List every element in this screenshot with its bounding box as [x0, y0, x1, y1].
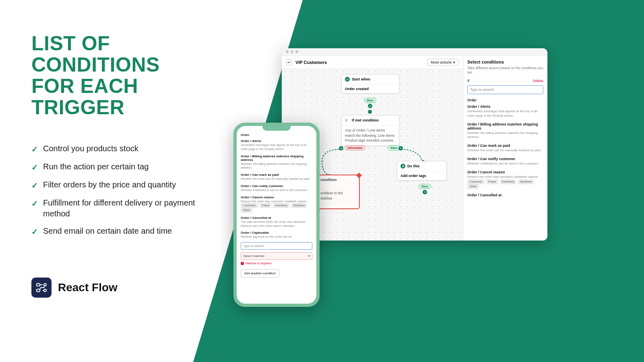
bullet-text: Filter orders by the price and quantity — [43, 179, 176, 190]
condition-node[interactable]: ⑂If met condition Any of Order / Line it… — [341, 115, 399, 146]
check-icon: ✓ — [345, 77, 350, 82]
then-pill[interactable]: then — [364, 98, 376, 103]
bullet-text: Send email on certain date and time — [43, 226, 172, 237]
condition-search-input[interactable]: Type to search — [467, 85, 543, 94]
condition-option-title: Order / Cancelled at — [241, 216, 312, 220]
condition-option-title: Order / Alerts — [241, 139, 312, 143]
condition-option-desc: Reason the order was canceled. Available… — [467, 175, 543, 189]
condition-option[interactable]: Order / AlertsGenerated messages that ap… — [467, 105, 543, 118]
headline: LIST OF CONDITIONS FOR EACH TRIGGER — [31, 33, 200, 118]
condition-option-title: Order / Alerts — [467, 105, 543, 109]
condition-option[interactable]: Order / Cancel reasonReason the order wa… — [241, 195, 312, 213]
delete-condition-link[interactable]: Delete — [533, 79, 543, 83]
play-icon — [400, 164, 405, 169]
sidebar-section-label: Order — [467, 98, 543, 102]
condition-option[interactable]: Order / AlertsGenerated messages that ap… — [241, 139, 312, 151]
condition-option[interactable]: Order / Cancel reasonReason the order wa… — [467, 170, 543, 189]
then-pill[interactable]: then — [419, 184, 431, 189]
check-icon: ✓ — [31, 144, 38, 155]
condition-option[interactable]: Order / Can notify customerWhether notif… — [467, 157, 543, 166]
value-tag: Declined — [518, 179, 534, 184]
delete-edge-icon[interactable]: × — [339, 146, 343, 150]
headline-line: LIST OF — [31, 32, 110, 55]
condition-option-desc: Whether notifications can be sent to the… — [467, 162, 543, 166]
error-icon: ! — [241, 262, 244, 265]
condition-option-title: Order / Can mark as paid — [467, 144, 543, 148]
condition-option-desc: Whether the order can be manually marked… — [241, 177, 312, 181]
bullet-item: ✓Run the action per certain tag — [31, 161, 200, 173]
condition-option[interactable]: Order / Can mark as paidWhether the orde… — [241, 173, 312, 181]
bullet-item: ✓Control you products stock — [31, 143, 200, 155]
matcher-error: ! Matcher is required — [241, 261, 312, 265]
brand-icon — [31, 278, 52, 298]
condition-option-desc: Whether the order can be manually marked… — [467, 148, 543, 153]
start-node-head: Start when — [352, 77, 370, 81]
phone-section-label: Order — [241, 133, 312, 137]
value-tag: Fraud — [260, 203, 272, 208]
bullet-text: Run the action per certain tag — [43, 161, 149, 172]
branch-icon: ⑂ — [345, 118, 350, 123]
condition-option-desc: Whether payment for the order can be — [241, 235, 312, 239]
desktop-window: ↩ VIP Customers More actions ▾ ✓Start wh… — [282, 48, 547, 241]
delete-edge-icon[interactable]: × — [398, 146, 403, 150]
phone-search-input[interactable]: Type to search — [241, 242, 312, 250]
bullet-text: Control you products stock — [43, 143, 138, 154]
value-tag: Declined — [291, 203, 307, 208]
bullet-item: ✓Fulfillment for different delivery or p… — [31, 197, 200, 219]
condition-option-desc: The date and time when the order was can… — [241, 220, 312, 228]
action-node-body: Add order tags — [397, 171, 446, 180]
check-icon: ✓ — [31, 162, 38, 173]
condition-option[interactable]: Order / CapturableWhether payment for th… — [241, 231, 312, 239]
condition-option-title: Order / Can notify customer — [241, 184, 312, 188]
condition-option[interactable]: Order / Billing address matches shipping… — [467, 122, 543, 140]
condition-option[interactable]: Order / Cancelled at — [467, 193, 543, 197]
condition-option-desc: Reason the order was canceled. Available… — [241, 200, 312, 213]
condition-option-title: Order / Capturable — [241, 231, 312, 234]
headline-line: TRIGGER — [31, 96, 124, 119]
condition-option[interactable]: Order / Can mark as paidWhether the orde… — [467, 144, 543, 153]
condition-node-body: Any of Order / Line items match the foll… — [342, 125, 399, 146]
value-tag: Fraud — [486, 179, 498, 184]
back-icon[interactable]: ↩ — [286, 59, 292, 66]
edge-handle[interactable] — [368, 110, 372, 114]
condition-option-title: Order / Cancel reason — [467, 170, 543, 174]
action-node[interactable]: Do this Add order tags — [397, 161, 447, 181]
empty-condition-body: ondition in the sidebar — [317, 184, 359, 203]
condition-option[interactable]: Order / Billing address matches shipping… — [241, 154, 312, 170]
if-label: If — [467, 79, 469, 83]
add-step-icon[interactable]: + — [423, 190, 427, 194]
workflow-title: VIP Customers — [295, 60, 327, 65]
window-traffic-lights — [282, 48, 547, 56]
hero-column: LIST OF CONDITIONS FOR EACH TRIGGER ✓Con… — [31, 33, 200, 244]
action-node-head: Do this — [407, 164, 420, 168]
matcher-placeholder: Select matcher — [243, 254, 264, 258]
condition-option-desc: Generated messages that appear at the to… — [241, 143, 312, 151]
condition-option-desc: Generated messages that appear at the to… — [467, 109, 543, 118]
check-icon: ✓ — [31, 180, 38, 191]
phone-notch — [262, 126, 291, 131]
delete-edge-icon[interactable]: × — [368, 104, 372, 108]
condition-option-title: Order / Cancel reason — [241, 195, 312, 199]
value-tag: Other — [467, 184, 479, 189]
bullet-item: ✓Filter orders by the price and quantity — [31, 179, 200, 191]
empty-condition-head: condition — [320, 178, 337, 182]
condition-option[interactable]: Order / Can notify customerWhether notif… — [241, 184, 312, 192]
start-node[interactable]: ✓Start when Order created — [341, 74, 399, 94]
headline-line: CONDITIONS — [31, 53, 160, 76]
phone-mockup: Order Order / AlertsGenerated messages t… — [233, 123, 320, 307]
add-another-condition-button[interactable]: Add another condition — [241, 269, 279, 278]
condition-option-title: Order / Billing address matches shipping… — [467, 122, 543, 130]
matcher-error-text: Matcher is required — [246, 261, 271, 265]
empty-condition-node[interactable]: condition ondition in the sidebar — [316, 175, 360, 209]
check-icon: ✓ — [31, 226, 38, 237]
condition-option-title: Order / Cancelled at — [467, 193, 543, 197]
otherwise-pill[interactable]: otherwise — [345, 145, 365, 150]
svg-rect-1 — [37, 289, 40, 292]
condition-node-head: If met condition — [352, 118, 379, 122]
condition-option-title: Order / Can mark as paid — [241, 173, 312, 177]
more-actions-label: More actions — [431, 60, 452, 64]
condition-option[interactable]: Order / Cancelled atThe date and time wh… — [241, 216, 312, 228]
sidebar-title: Select conditions — [467, 60, 543, 64]
more-actions-button[interactable]: More actions ▾ — [427, 59, 459, 66]
matcher-select[interactable]: Select matcher ▾ — [241, 252, 312, 260]
